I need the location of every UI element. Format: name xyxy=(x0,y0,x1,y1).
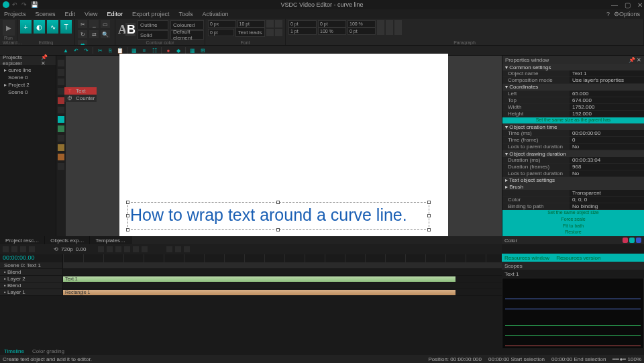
save-icon[interactable]: 💾 xyxy=(31,1,38,8)
handle-tl[interactable] xyxy=(126,201,129,204)
val-object-name[interactable]: Text 1 xyxy=(570,70,644,76)
tree-item[interactable]: Scene 0 xyxy=(3,89,53,96)
tb-rec-icon[interactable]: ● xyxy=(165,47,172,54)
btn-same-parent[interactable]: Set the same size as the parent has xyxy=(502,117,644,124)
footer-tab-color[interactable]: Color grading xyxy=(28,348,68,355)
vs-brush-icon[interactable] xyxy=(58,69,64,76)
vs-video-icon[interactable] xyxy=(58,135,64,142)
val-height[interactable]: 192.000 xyxy=(570,111,644,117)
text-button[interactable]: T xyxy=(60,20,72,34)
handle-bm[interactable] xyxy=(276,228,280,231)
val-top[interactable]: 674.000 xyxy=(570,97,644,103)
tb-cut-icon[interactable]: ✂ xyxy=(97,47,103,54)
menu-editor[interactable]: Editor xyxy=(107,11,123,17)
tb-undo-icon[interactable]: ↶ xyxy=(72,47,79,54)
vs-line-icon[interactable] xyxy=(58,79,64,85)
align-left-icon[interactable] xyxy=(377,20,384,28)
tool-crop[interactable]: ▭ xyxy=(101,20,110,28)
vs-pencil-icon[interactable] xyxy=(58,60,64,66)
tb-group-icon[interactable]: ▦ xyxy=(131,47,138,54)
menu-scenes[interactable]: Scenes xyxy=(36,11,56,17)
val-color[interactable]: 0; 0; 0 xyxy=(570,197,644,203)
menu-export[interactable]: Export project xyxy=(132,11,170,17)
align-right-icon[interactable] xyxy=(394,20,402,28)
valign-top-icon[interactable] xyxy=(377,28,384,35)
para-spin2[interactable]: 0 pt xyxy=(318,20,346,28)
handle-ml[interactable] xyxy=(126,214,129,217)
bold-icon[interactable] xyxy=(266,20,274,28)
add-object-button[interactable]: + xyxy=(20,20,32,34)
menu-projects[interactable]: Projects xyxy=(4,11,26,17)
val-brush[interactable]: Transparent xyxy=(570,190,644,196)
tc-back-icon[interactable] xyxy=(107,246,113,252)
solid-drop[interactable]: Solid xyxy=(138,30,168,40)
textleads-drop[interactable]: Text leads xyxy=(235,28,265,37)
tb-align-icon[interactable]: ≡ xyxy=(141,47,148,54)
tc-fwd-icon[interactable] xyxy=(124,246,130,252)
tab-project-res[interactable]: Project resc… xyxy=(0,236,45,244)
val-width[interactable]: 1752.000 xyxy=(570,104,644,110)
coloured-drop[interactable]: Coloured xyxy=(170,20,204,30)
val-lock1[interactable]: No xyxy=(570,144,644,150)
valign-mid-icon[interactable] xyxy=(386,28,393,35)
val-lock2[interactable]: No xyxy=(570,170,644,176)
tc-fit-icon[interactable] xyxy=(184,246,190,252)
tab-templates[interactable]: Templates… xyxy=(90,236,131,244)
res-tab1[interactable]: Resources window xyxy=(504,255,549,261)
tb-order-icon[interactable]: ☷ xyxy=(151,47,158,54)
default-drop[interactable]: Default element xyxy=(170,30,204,40)
tc-end-icon[interactable] xyxy=(133,246,139,252)
italic-icon[interactable] xyxy=(275,20,282,28)
options-button[interactable]: ⚙Options xyxy=(614,11,640,17)
menu-edit[interactable]: Edit xyxy=(65,11,76,17)
sec-drawing[interactable]: ▾ Object drawing duration xyxy=(502,150,644,157)
handle-mr[interactable] xyxy=(427,214,431,217)
sec-coords[interactable]: ▾ Coordinates xyxy=(502,84,644,91)
para-spin3[interactable]: 100 % xyxy=(347,20,376,28)
vs-chart-icon[interactable] xyxy=(58,116,64,123)
val-left[interactable]: 65.000 xyxy=(570,91,644,97)
tool-rotate[interactable]: ↻ xyxy=(78,30,87,38)
btn-fit[interactable]: Fit to bath xyxy=(502,223,644,230)
handle-br[interactable] xyxy=(427,228,431,231)
canvas-text[interactable]: How to wrap text around a curve line. xyxy=(130,205,407,225)
para-spin1[interactable]: 0 pt xyxy=(288,20,317,28)
vs-sprite-icon[interactable] xyxy=(58,144,64,151)
para-spin6[interactable]: 0 pt xyxy=(347,28,376,35)
tree-item[interactable]: Scene 0 xyxy=(3,74,53,81)
tc-zoom-out-icon[interactable] xyxy=(175,246,181,252)
val-time-ms[interactable]: 00:00:00:00 xyxy=(570,130,644,136)
val-time-frame[interactable]: 0 xyxy=(570,137,644,143)
tool-flip[interactable]: ⇄ xyxy=(89,30,99,38)
btn-force[interactable]: Force scale xyxy=(502,217,644,223)
val-dur-ms[interactable]: 00:00:33:04 xyxy=(570,157,644,163)
menu-view[interactable]: View xyxy=(85,11,97,17)
tab-objects-exp[interactable]: Objects exp… xyxy=(45,236,90,244)
tc-play-icon[interactable] xyxy=(11,246,17,252)
font-spin1[interactable]: 0 px xyxy=(208,20,236,28)
val-comp-mode[interactable]: Use layer's properties xyxy=(570,77,644,83)
tool-more[interactable]: ⬌ xyxy=(78,40,87,46)
tc-start-icon[interactable] xyxy=(98,246,104,252)
handle-tm[interactable] xyxy=(276,201,280,204)
tb-grid-icon[interactable]: ▦ xyxy=(189,47,196,54)
footer-tab-timeline[interactable]: Timeline xyxy=(0,348,28,355)
font-spin3[interactable]: 0 pt xyxy=(208,29,234,36)
layer-label[interactable]: ▪ Layer 1 xyxy=(0,289,63,295)
layer-label[interactable]: ▪ Layer 2 xyxy=(0,276,63,282)
btn-restore[interactable]: Restore xyxy=(502,229,644,236)
handle-bl[interactable] xyxy=(126,228,129,231)
cursor-icon[interactable]: ▲ xyxy=(62,47,69,54)
tool-split[interactable]: ⎯ xyxy=(89,20,99,28)
clip-rect1[interactable]: Rectangle 1 xyxy=(63,290,455,295)
res-value[interactable]: 720p xyxy=(61,246,73,252)
sec-brush[interactable]: ▸ Brush xyxy=(502,184,644,191)
sec-common[interactable]: ▾ Common settings xyxy=(502,64,644,70)
scope-b-icon[interactable] xyxy=(636,238,641,243)
undo-icon[interactable]: ↶ xyxy=(12,1,17,8)
valign-bot-icon[interactable] xyxy=(394,28,402,35)
status-zoom[interactable]: ━━●━ 100% xyxy=(612,356,641,362)
align-center-icon[interactable] xyxy=(386,20,393,28)
tc-stop-icon[interactable] xyxy=(20,246,26,252)
tc-play2-icon[interactable] xyxy=(115,246,121,252)
